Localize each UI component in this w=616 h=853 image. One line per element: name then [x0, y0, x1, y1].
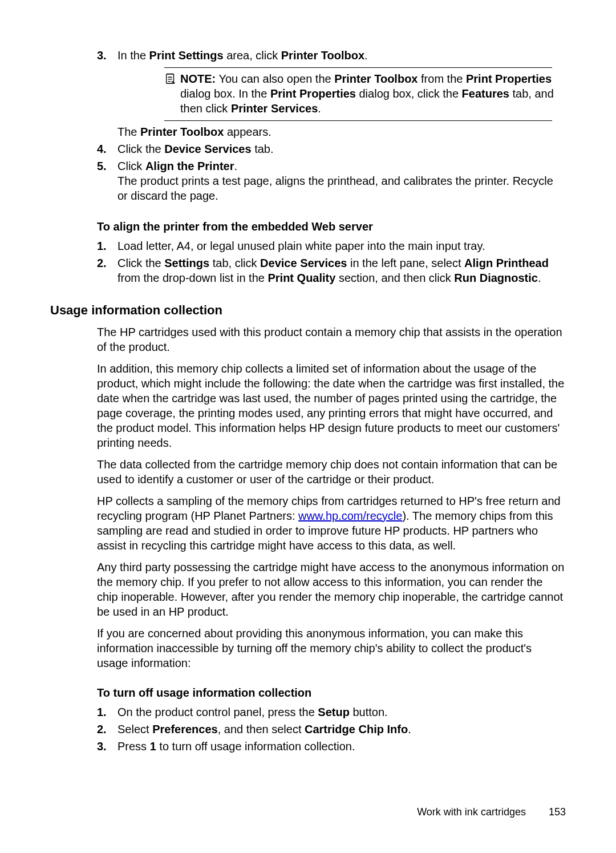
list-item: 5. Click Align the Printer. The product … [97, 159, 566, 203]
list-item: 1. Load letter, A4, or legal unused plai… [97, 238, 566, 253]
text-run: Any third party possessing the cartridge… [97, 561, 564, 618]
list-item: 2. Click the Settings tab, click Device … [97, 256, 566, 285]
procedure-list-2: 1. Load letter, A4, or legal unused plai… [97, 238, 566, 285]
text-run: to turn off usage information collection… [156, 740, 355, 753]
list-number: 3. [97, 739, 117, 754]
list-body: Click the Settings tab, click Device Ser… [117, 256, 566, 285]
list-body: Click the Device Services tab. [117, 142, 566, 156]
procedure-heading: To align the printer from the embedded W… [97, 219, 566, 234]
text-run: Align the Printer [145, 160, 234, 172]
text-run: The HP cartridges used with this product… [97, 326, 562, 353]
list-number: 2. [97, 722, 117, 737]
text-run: Device Services [164, 143, 251, 155]
list-item: 1. On the product control panel, press t… [97, 705, 566, 719]
list-item: 2. Select Preferences, and then select C… [97, 722, 566, 737]
text-run: . [318, 102, 321, 115]
note-label: NOTE: [180, 72, 216, 85]
text-run: In addition, this memory chip collects a… [97, 362, 564, 449]
list-item-continuation: The Printer Toolbox appears. [97, 124, 566, 139]
text-run: Features [462, 87, 509, 100]
footer-section: Work with ink cartridges [417, 806, 526, 818]
text-run: Click [117, 160, 145, 172]
paragraph: In addition, this memory chip collects a… [97, 361, 566, 450]
text-run: You can also open the [218, 72, 334, 85]
text-run: Printer Toolbox [140, 126, 224, 138]
text-run: In the [117, 49, 149, 62]
page: 3. In the Print Settings area, click Pri… [0, 0, 616, 853]
list-number: 1. [97, 705, 117, 719]
divider [164, 67, 552, 68]
text-run: 1 [150, 740, 156, 753]
text-run: The data collected from the cartridge me… [97, 458, 557, 486]
page-number: 153 [549, 806, 566, 818]
text-run: Press [117, 740, 150, 753]
text-run: . [538, 272, 541, 284]
list-body: In the Print Settings area, click Printe… [117, 48, 566, 63]
text-run: Click the [117, 143, 164, 155]
hyperlink[interactable]: www.hp.com/recycle [298, 510, 402, 522]
text-run: . [364, 49, 368, 62]
procedure-list-1: 3. In the Print Settings area, click Pri… [97, 48, 566, 203]
text-run: in the left pane, select [347, 257, 464, 269]
paragraph: If you are concerned about providing thi… [97, 626, 566, 670]
divider [164, 120, 552, 121]
text-run: dialog box. In the [180, 87, 270, 100]
text-run: Print Settings [149, 49, 224, 62]
list-body: On the product control panel, press the … [117, 705, 566, 719]
text-run: . [234, 160, 237, 172]
text-run: Print Quality [268, 272, 335, 284]
note-text: You can also open the Printer Toolbox fr… [180, 72, 554, 115]
text-run: Printer Toolbox [334, 72, 418, 85]
text-run: Printer Toolbox [281, 49, 364, 62]
text-run: Printer Services [231, 102, 318, 115]
text-run: Click the [117, 257, 164, 269]
text-run: On the product control panel, press the [117, 706, 318, 718]
list-number: 2. [97, 256, 117, 270]
paragraph: The data collected from the cartridge me… [97, 457, 566, 487]
text-run: section, and then click [335, 272, 454, 284]
text-run: The [117, 126, 140, 138]
text-run: area, click [224, 49, 281, 62]
list-body: Load letter, A4, or legal unused plain w… [117, 238, 566, 253]
list-body: The Printer Toolbox appears. [117, 124, 566, 139]
procedure-heading: To turn off usage information collection [97, 685, 566, 700]
text-run: If you are concerned about providing thi… [97, 627, 532, 669]
list-number: 5. [97, 159, 117, 173]
sub-procedure-heading-block: To align the printer from the embedded W… [97, 219, 566, 234]
page-footer: Work with ink cartridges 153 [417, 806, 566, 819]
list-body: Click Align the Printer. The product pri… [117, 159, 566, 203]
section-heading: Usage information collection [50, 302, 566, 319]
text-run: , and then select [218, 723, 305, 735]
list-number: 4. [97, 142, 117, 156]
text-run: Print Properties [466, 72, 552, 85]
text-run: Align Printhead [464, 257, 549, 269]
list-item: 3. Press 1 to turn off usage information… [97, 739, 566, 754]
paragraph: The HP cartridges used with this product… [97, 325, 566, 354]
text-run: Print Properties [270, 87, 356, 100]
text-run: appears. [224, 126, 271, 138]
list-body: Press 1 to turn off usage information co… [117, 739, 566, 754]
text-run: from the drop-down list in the [117, 272, 268, 284]
list-item: 4. Click the Device Services tab. [97, 142, 566, 156]
paragraph: Any third party possessing the cartridge… [97, 560, 566, 619]
text-run: The product prints a test page, aligns t… [117, 175, 553, 202]
text-run: button. [350, 706, 388, 718]
list-body: Select Preferences, and then select Cart… [117, 722, 566, 737]
text-run: Select [117, 723, 152, 735]
note-icon [164, 71, 180, 88]
text-run: dialog box, click the [356, 87, 462, 100]
text-run: Device Services [260, 257, 347, 269]
usage-paragraphs: The HP cartridges used with this product… [97, 325, 566, 700]
text-run: Preferences [152, 723, 218, 735]
text-run: tab, click [209, 257, 260, 269]
list-number: 3. [97, 48, 117, 63]
text-run: Run Diagnostic [454, 272, 538, 284]
procedure-list-3: 1. On the product control panel, press t… [97, 705, 566, 754]
text-run: Settings [164, 257, 209, 269]
text-run: Setup [318, 706, 350, 718]
text-run: Load letter, A4, or legal unused plain w… [117, 240, 485, 252]
list-item: 3. In the Print Settings area, click Pri… [97, 48, 566, 63]
text-run: tab. [252, 143, 274, 155]
note-block: NOTE: You can also open the Printer Tool… [164, 67, 566, 121]
paragraph: HP collects a sampling of the memory chi… [97, 494, 566, 553]
